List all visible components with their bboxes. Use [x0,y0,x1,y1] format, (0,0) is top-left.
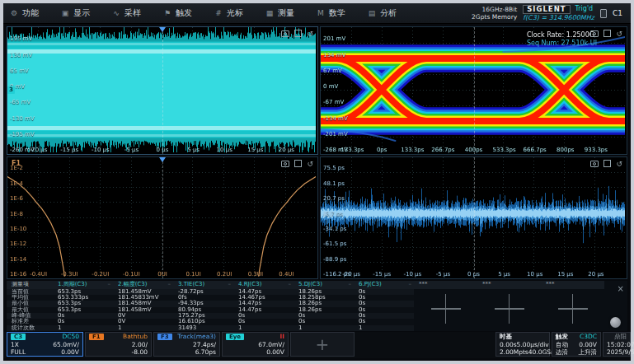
system-spec: 16GHz-8Bit 2Gpts Memory [472,6,517,21]
measurement-column-header[interactable]: 2.幅度(C3)– [113,281,173,289]
empty-measurement-slot[interactable]: *** [414,281,477,331]
y-tick-label: 195 mV [10,35,32,42]
menu-item[interactable]: M 数学 [317,7,368,19]
placeholder-header: *** [477,281,541,289]
camera-icon[interactable] [281,161,289,167]
bathtub-curve-panel[interactable]: F1 1E-21E-41E-61E-81E-101E-121E-14 -0.4U… [7,156,318,279]
x-tick-label: 5 µs [187,147,200,153]
menu-item-label: 数学 [329,7,345,19]
add-measurement-icon[interactable] [558,294,588,324]
menu-icon: ▦ [265,9,274,17]
maximize-icon[interactable] [603,30,611,37]
f1-descriptor[interactable]: F1Bathtub 2.00/ -8.00 [85,332,152,357]
placeholder-header: *** [541,281,604,289]
eye-diagram-panel[interactable]: Clock Rate: 1.2500G Seq Num: 27.510k UI … [320,26,627,155]
menu-item[interactable]: ∿ 采样 [112,7,163,19]
reset-icon[interactable]: ↺ [616,161,622,167]
measurement-column-header[interactable]: 6.PJ(C3)– [354,281,414,289]
footer-bar: C3DC50 1X65.0mV/ FULL0.00V F1Bathtub 2.0… [3,332,631,358]
measurement-column-header[interactable]: 1.周期(C3)– [53,281,113,289]
reset-icon[interactable]: ↺ [307,161,313,167]
menu-icon: ∿ [112,9,120,17]
trigger-marker-icon[interactable] [159,27,166,32]
measurement-column-header[interactable]: 3.TIE(C3)– [173,281,233,289]
reset-icon[interactable]: ↺ [616,30,622,37]
measurement-value: 0s [233,319,294,324]
jitter-track-panel[interactable]: F3 75.5 ps48.1 ps20.7 ps-6.7 ps-34.1 ps-… [320,156,627,279]
add-measurement-icon[interactable] [495,294,524,324]
brand-trigger-cluster: SIGLENT Trig'd f(C3) = 314.9600MHz [523,5,594,22]
timebase-box[interactable]: 时基 0.00s5.00µs/div 2.00Mpts40.0GSa/s [495,332,550,357]
clock-title: 鼎阳 [614,333,627,341]
menu-item[interactable]: ▤ 分析 [368,7,419,19]
menu-item[interactable]: ▦ 测量 [265,7,317,19]
siglent-logo: SIGLENT [523,5,570,14]
y-tick-label: -130 mV [10,115,35,122]
eye-info-readout: Clock Rate: 1.2500G Seq Num: 27.510k UI [527,31,597,47]
nav-knob[interactable] [610,317,621,328]
camera-icon[interactable] [590,30,599,37]
track-center-cursor [474,157,475,278]
trigger-mode: 自动 [556,341,568,349]
x-tick-label: -0.3UI [61,271,78,278]
maximize-icon[interactable] [603,160,611,167]
menu-icon: # [214,9,223,17]
menu-item[interactable]: # 光标 [214,7,265,19]
menu-item[interactable]: ⚑ 触发 [163,7,214,19]
x-tick-label: -15 µs [60,147,78,153]
eye-center-cursor [474,27,475,154]
y-tick-label: 1E-12 [10,240,26,247]
measurement-column[interactable]: 3.TIE(C3)– -28.72ps 0fs -94.33ps 80.94ps… [173,281,233,331]
y-tick-label: 130 mV [10,52,32,58]
reset-icon[interactable]: ↺ [307,30,313,37]
maximize-icon[interactable] [294,160,302,167]
close-icon[interactable]: × [618,285,624,293]
eye-descriptor[interactable]: EyeII 67.0mV/ 0.00V [222,332,289,357]
menu-item[interactable]: ▣ 显示 [61,7,112,19]
f3-descriptor[interactable]: F3Track(mea3) 27.4ps/ 6.70ps [153,332,220,357]
y-tick-label: -195 mV [10,131,35,138]
empty-measurement-slot[interactable]: *** [541,281,604,331]
timebase-delay: 0.00s [500,341,517,349]
measurement-column-header[interactable]: 5.DJ(C3)– [294,281,354,289]
add-measurement-icon[interactable] [431,294,461,324]
trigger-status: Trig'd [575,5,594,13]
empty-measurement-slot[interactable]: *** [477,281,541,331]
camera-icon[interactable] [281,30,289,37]
channel3-level-marker[interactable]: 3 [7,86,15,94]
x-tick-label: 266.7ps [431,147,454,153]
x-tick-label: 0 µs [467,271,480,278]
menu-item[interactable]: ⚙ 功能 [10,7,61,19]
camera-icon[interactable] [590,161,599,167]
measurement-value: 1 [354,325,414,331]
x-tick-label: -5 µs [124,147,139,153]
waveform-panel[interactable]: 3 195 mV130 mV65 mV0 mV-65 mV-130 mV-195… [7,26,318,155]
channel-c3-descriptor[interactable]: C3DC50 1X65.0mV/ FULL0.00V [7,332,83,357]
x-tick-label: -5 µs [436,271,450,278]
trigger-box[interactable]: 触发C3DC 自动0.00V 边沿上升沿 [552,332,601,357]
measurement-column[interactable]: 2.幅度(C3)– 181.458mV 181.45833mV 181.458m… [113,281,173,331]
y-tick-label: -65 mV [10,99,31,105]
x-tick-label: 15 µs [247,147,263,153]
menu-icon: ▤ [368,9,376,17]
measurement-column[interactable]: 4.RJ(C3)– 14.47ps 14.467ps 14.47ps 14.47… [233,281,294,331]
measurement-value: 31493 [173,325,233,331]
measurement-column-header[interactable]: 4.RJ(C3)– [233,281,294,289]
measurement-column[interactable]: 6.PJ(C3)– 0s 0s 0s 0s 0s 0s 1 [354,281,414,331]
add-channel-box[interactable]: + [290,332,355,357]
active-channel-label[interactable]: C1 [613,9,622,17]
add-channel-icon[interactable]: + [316,334,330,354]
y-tick-label: -88.9 ps [323,256,346,263]
menu-bar: ⚙ 功能 ▣ 显示 ∿ 采样 ⚑ 触发 [3,3,631,24]
menu-item-label: 触发 [176,7,192,19]
measurement-column[interactable]: 5.DJ(C3)– 18.26ps 18.258ps 18.26ps 18.26… [294,281,354,331]
y-tick-label: 0 mV [323,83,338,90]
f1-trace-marker[interactable]: F1 [12,160,21,167]
measurement-column[interactable]: 1.周期(C3)– 653.3ps 653.333ps 653.3ps 653.… [53,281,113,331]
x-tick-label: 533.3ps [493,147,516,153]
f3-trace-marker[interactable]: F3 [323,212,332,219]
x-tick-label: 400ps [465,147,482,153]
maximize-icon[interactable] [294,30,302,37]
cursor-marker-icon[interactable] [159,157,166,162]
x-tick-label: 666.7ps [524,147,547,153]
